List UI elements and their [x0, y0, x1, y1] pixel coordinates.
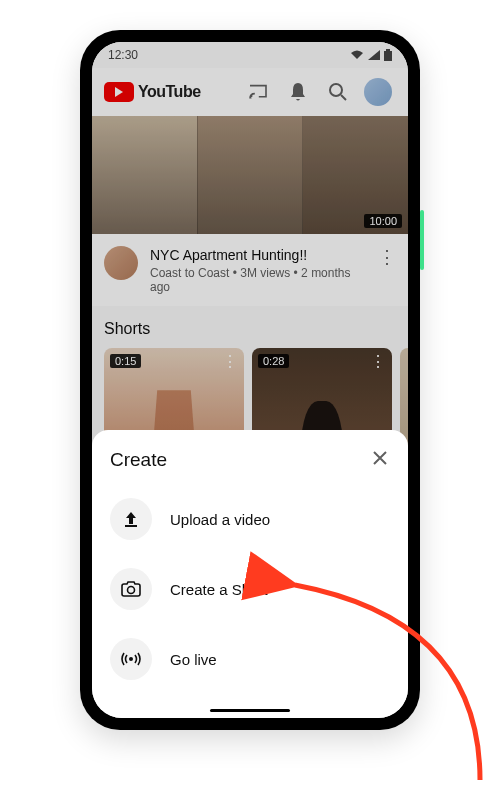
create-sheet: Create Upload a video Create a Short: [92, 430, 408, 718]
close-icon[interactable]: [370, 448, 390, 472]
upload-icon: [110, 498, 152, 540]
svg-point-5: [129, 657, 133, 661]
phone-frame: 12:30 YouTube: [80, 30, 420, 730]
sheet-item-label: Upload a video: [170, 511, 270, 528]
sheet-item-label: Go live: [170, 651, 217, 668]
screen: 12:30 YouTube: [92, 42, 408, 718]
go-live-item[interactable]: Go live: [110, 624, 390, 694]
sheet-title: Create: [110, 449, 167, 471]
camera-icon: [110, 568, 152, 610]
sheet-item-label: Create a Short: [170, 581, 268, 598]
home-indicator[interactable]: [210, 709, 290, 712]
create-short-item[interactable]: Create a Short: [110, 554, 390, 624]
upload-video-item[interactable]: Upload a video: [110, 484, 390, 554]
svg-point-4: [128, 587, 135, 594]
live-icon: [110, 638, 152, 680]
power-button: [420, 210, 424, 270]
